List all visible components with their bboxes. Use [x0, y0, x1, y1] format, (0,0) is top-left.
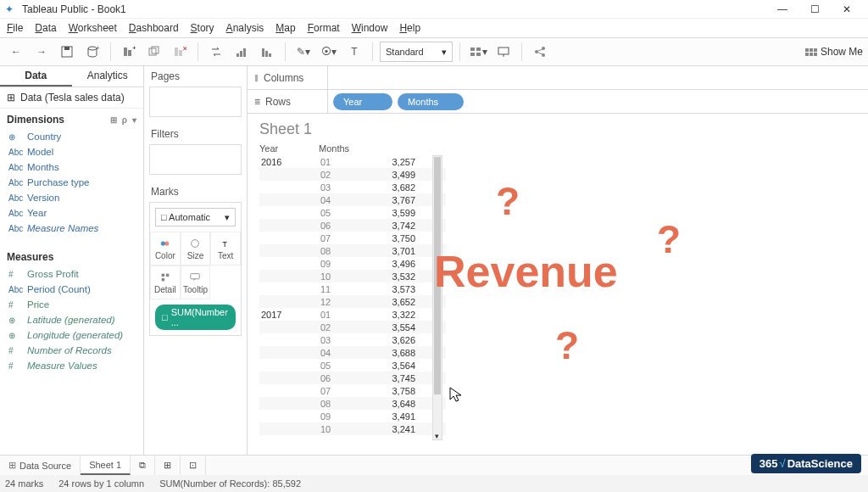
- mea-longitude-generated-[interactable]: ⊕Longitude (generated): [0, 327, 143, 343]
- dim-year[interactable]: AbcYear: [0, 205, 143, 221]
- mark-tooltip[interactable]: Tooltip: [181, 266, 211, 299]
- minimize-button[interactable]: —: [766, 1, 798, 18]
- share-button[interactable]: [529, 41, 551, 63]
- mea-measure-values[interactable]: #Measure Values: [0, 358, 143, 373]
- table-row[interactable]: 083,648: [259, 397, 446, 410]
- new-dashboard-icon[interactable]: ⊞: [155, 456, 181, 475]
- table-row[interactable]: 063,745: [259, 372, 446, 384]
- data-source-tab[interactable]: ⊞Data Source: [0, 456, 81, 475]
- table-row[interactable]: 093,496: [259, 257, 446, 270]
- tab-data[interactable]: Data: [0, 66, 72, 87]
- table-row[interactable]: 103,532: [259, 270, 446, 282]
- scrollbar[interactable]: ▴ ▾: [432, 155, 442, 440]
- table-row[interactable]: 073,750: [259, 232, 446, 244]
- save-button[interactable]: [56, 41, 78, 63]
- menu-icon[interactable]: ▾: [132, 115, 136, 125]
- table-row[interactable]: 2017013,322: [259, 308, 446, 321]
- new-datasource-button[interactable]: +: [81, 41, 103, 63]
- dim-version[interactable]: AbcVersion: [0, 190, 143, 205]
- forward-button[interactable]: →: [31, 41, 53, 63]
- table-row[interactable]: 043,688: [259, 346, 446, 359]
- table-row[interactable]: 083,701: [259, 244, 446, 257]
- sheet-title[interactable]: Sheet 1: [259, 120, 856, 138]
- sheet1-tab[interactable]: Sheet 1: [81, 456, 131, 475]
- table-row[interactable]: 053,564: [259, 359, 446, 372]
- menu-window[interactable]: Window: [352, 22, 388, 34]
- sort-desc-button[interactable]: [256, 41, 278, 63]
- pages-shelf[interactable]: [149, 87, 242, 117]
- group-button[interactable]: ⦿▾: [318, 41, 340, 63]
- mark-size[interactable]: Size: [181, 232, 211, 266]
- sort-asc-button[interactable]: [231, 41, 253, 63]
- swap-button[interactable]: [205, 41, 227, 63]
- row-pill-months[interactable]: Months: [398, 93, 464, 110]
- menu-map[interactable]: Map: [275, 22, 295, 34]
- table-row[interactable]: 113,573: [259, 282, 446, 295]
- mea-latitude-generated-[interactable]: ⊕Latitude (generated): [0, 312, 143, 327]
- mark-detail[interactable]: Detail: [150, 266, 181, 299]
- fit-select[interactable]: Standard▾: [380, 42, 453, 62]
- table-row[interactable]: 2016013,257: [259, 155, 446, 168]
- table-row[interactable]: 073,758: [259, 384, 446, 397]
- window-title: Tableau Public - Book1: [22, 3, 766, 15]
- dim-measure-names[interactable]: AbcMeasure Names: [0, 221, 143, 236]
- table-row[interactable]: 023,554: [259, 321, 446, 333]
- clear-button[interactable]: ✕: [169, 41, 191, 63]
- row-pill-year[interactable]: Year: [333, 93, 392, 110]
- menu-story[interactable]: Story: [191, 22, 214, 34]
- dim-model[interactable]: AbcModel: [0, 144, 143, 159]
- close-button[interactable]: ✕: [831, 1, 863, 18]
- search-icon[interactable]: ρ: [122, 115, 127, 125]
- table-row[interactable]: 123,652: [259, 295, 446, 308]
- mark-type-select[interactable]: □ Automatic▾: [155, 208, 236, 226]
- table-row[interactable]: 063,742: [259, 219, 446, 232]
- menu-format[interactable]: Format: [308, 22, 340, 34]
- overlay-q2: ?: [657, 216, 681, 262]
- presentation-button[interactable]: [492, 41, 515, 63]
- menu-file[interactable]: File: [7, 22, 23, 34]
- scroll-down-icon[interactable]: ▾: [435, 432, 439, 440]
- maximize-button[interactable]: ☐: [798, 1, 831, 18]
- table-row[interactable]: 103,241: [259, 422, 446, 435]
- labels-button[interactable]: T: [343, 41, 365, 63]
- svg-text:T: T: [223, 239, 228, 248]
- mea-number-of-records[interactable]: #Number of Records: [0, 343, 143, 358]
- mea-period-count-[interactable]: AbcPeriod (Count): [0, 282, 143, 297]
- back-button[interactable]: ←: [5, 41, 27, 63]
- mea-gross-profit[interactable]: #Gross Profit: [0, 266, 143, 282]
- marks-pill-sum[interactable]: □SUM(Number ...: [155, 305, 236, 330]
- mark-text[interactable]: TText: [210, 232, 241, 266]
- new-story-icon[interactable]: ⊡: [181, 456, 206, 475]
- filters-shelf[interactable]: [149, 144, 242, 175]
- table-row[interactable]: 033,682: [259, 181, 446, 193]
- svg-rect-31: [166, 273, 170, 277]
- highlight-button[interactable]: ✎▾: [292, 41, 314, 63]
- mark-color[interactable]: Color: [150, 232, 181, 266]
- tab-analytics[interactable]: Analytics: [72, 66, 144, 87]
- new-worksheet-button[interactable]: +: [118, 41, 140, 63]
- table-row[interactable]: 053,599: [259, 206, 446, 219]
- menu-worksheet[interactable]: Worksheet: [69, 22, 117, 34]
- duplicate-button[interactable]: [143, 41, 165, 63]
- cursor-icon: [449, 387, 463, 404]
- dim-months[interactable]: AbcMonths: [0, 159, 143, 175]
- overlay-revenue: Revenue: [434, 246, 618, 297]
- view-icon[interactable]: ⊞: [110, 115, 117, 125]
- table-row[interactable]: 093,491: [259, 410, 446, 422]
- menu-analysis[interactable]: Analysis: [226, 22, 264, 34]
- dim-purchase-type[interactable]: AbcPurchase type: [0, 175, 143, 190]
- menu-data[interactable]: Data: [35, 22, 56, 34]
- new-sheet-icon[interactable]: ⧉: [131, 456, 155, 475]
- table-row[interactable]: 043,767: [259, 193, 446, 206]
- mea-price[interactable]: #Price: [0, 297, 143, 312]
- view-cards-button[interactable]: ▾: [467, 41, 489, 63]
- datasource-row[interactable]: ⊞ Data (Tesla sales data): [0, 87, 143, 109]
- table-row[interactable]: 023,499: [259, 168, 446, 181]
- rows-shelf[interactable]: Year Months: [328, 93, 868, 110]
- dim-country[interactable]: ⊕Country: [0, 129, 143, 144]
- menu-dashboard[interactable]: Dashboard: [129, 22, 179, 34]
- menu-help[interactable]: Help: [399, 22, 420, 34]
- show-me-button[interactable]: Show Me: [805, 46, 863, 58]
- table-row[interactable]: 033,626: [259, 333, 446, 346]
- svg-rect-1: [64, 47, 70, 50]
